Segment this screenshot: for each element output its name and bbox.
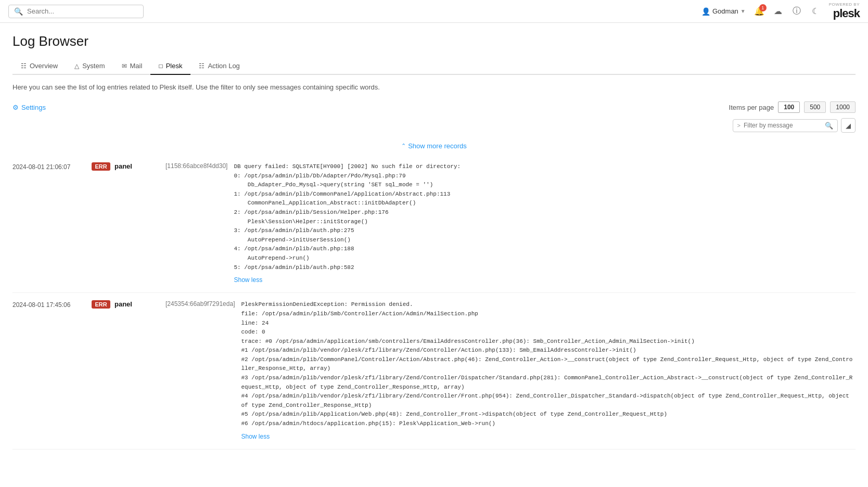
- tab-system-label: System: [82, 62, 105, 70]
- username: Godman: [712, 7, 738, 15]
- user-icon: 👤: [701, 7, 710, 16]
- search-box[interactable]: 🔍: [8, 5, 144, 18]
- log-level-badge: ERR: [92, 300, 110, 309]
- items-per-page-label: Items per page: [729, 104, 774, 111]
- filter-advanced-btn[interactable]: ◢: [841, 118, 856, 133]
- log-message-text: DB query failed: SQLSTATE[HY000] [2002] …: [234, 162, 856, 272]
- notification-badge: 1: [759, 4, 767, 11]
- square-icon: □: [159, 62, 162, 70]
- toolbar: ⚙ Settings Items per page 100 500 1000: [12, 101, 856, 113]
- grid-icon: ☷: [21, 62, 27, 70]
- page-description: Here you can see the list of log entries…: [12, 83, 856, 91]
- filter-search-icon: 🔍: [825, 122, 833, 130]
- log-meta: ERR panel [245354:66ab9f7291eda]: [92, 300, 235, 309]
- tab-mail-label: Mail: [130, 62, 143, 70]
- question-symbol: ⓘ: [793, 6, 801, 17]
- log-entry: 2024-08-01 17:45:06 ERR panel [245354:66…: [12, 293, 856, 450]
- tabs: ☷ Overview △ System ✉ Mail □ Plesk ☷ Act…: [12, 58, 856, 75]
- chevron-up-icon: ⌃: [401, 143, 406, 149]
- page-size-1000[interactable]: 1000: [830, 101, 856, 113]
- tab-system[interactable]: △ System: [66, 58, 113, 75]
- tab-action-log[interactable]: ☷ Action Log: [190, 58, 248, 75]
- page-title: Log Browser: [12, 33, 856, 49]
- chevron-label: >: [737, 122, 741, 129]
- plesk-logo-wrap: POWERED BY plesk: [829, 3, 860, 20]
- items-per-page: Items per page 100 500 1000: [729, 101, 856, 113]
- powered-by-text: POWERED BY: [829, 3, 860, 7]
- gear-icon: ⚙: [12, 104, 19, 111]
- tab-mail[interactable]: ✉ Mail: [113, 58, 151, 75]
- search-icon: 🔍: [14, 7, 23, 16]
- settings-label: Settings: [21, 104, 46, 111]
- tab-overview[interactable]: ☷ Overview: [12, 58, 66, 75]
- log-meta: ERR panel [1158:66abce8f4dd30]: [92, 162, 227, 171]
- tab-plesk-label: Plesk: [166, 62, 183, 70]
- tab-overview-label: Overview: [30, 62, 58, 70]
- cloud-symbol: ☁: [774, 6, 782, 16]
- log-entry: 2024-08-01 21:06:07 ERR panel [1158:66ab…: [12, 155, 856, 293]
- main-content: Log Browser ☷ Overview △ System ✉ Mail □…: [0, 23, 868, 460]
- tab-action-log-label: Action Log: [208, 62, 239, 70]
- triangle-icon: △: [74, 62, 79, 70]
- settings-link[interactable]: ⚙ Settings: [12, 104, 46, 111]
- funnel-icon: ◢: [846, 122, 851, 130]
- envelope-icon: ✉: [122, 62, 127, 70]
- topbar: 🔍 👤 Godman ▼ 🔔 1 ☁ ⓘ ☾ POWERED BY plesk: [0, 0, 868, 23]
- show-less-link[interactable]: Show less: [234, 275, 856, 285]
- cloud-icon[interactable]: ☁: [773, 6, 783, 17]
- log-message: PleskPermissionDeniedException: Permissi…: [241, 300, 856, 442]
- filter-bar: > 🔍 ◢: [12, 118, 856, 133]
- moon-icon: ☾: [812, 6, 819, 16]
- search-input[interactable]: [27, 7, 138, 15]
- log-id: [1158:66abce8f4dd30]: [165, 162, 227, 170]
- show-more-records[interactable]: ⌃ Show more records: [12, 137, 856, 155]
- list-icon: ☷: [199, 62, 205, 70]
- log-message-text: PleskPermissionDeniedException: Permissi…: [241, 300, 856, 428]
- user-menu[interactable]: 👤 Godman ▼: [701, 7, 746, 16]
- page-size-100[interactable]: 100: [778, 101, 800, 113]
- log-id: [245354:66ab9f7291eda]: [165, 300, 235, 307]
- show-more-label: Show more records: [408, 142, 467, 150]
- help-icon[interactable]: ⓘ: [792, 6, 802, 17]
- log-source: panel: [114, 162, 161, 170]
- show-less-link[interactable]: Show less: [241, 432, 856, 442]
- log-message: DB query failed: SQLSTATE[HY000] [2002] …: [234, 162, 856, 285]
- theme-toggle[interactable]: ☾: [810, 6, 821, 17]
- log-timestamp: 2024-08-01 21:06:07: [12, 162, 85, 171]
- log-entries-area: 2024-08-01 21:06:07 ERR panel [1158:66ab…: [12, 155, 856, 450]
- filter-input-wrap: > 🔍: [733, 119, 838, 132]
- plesk-logo: plesk: [833, 7, 860, 20]
- log-source: panel: [114, 300, 161, 308]
- log-timestamp: 2024-08-01 17:45:06: [12, 300, 85, 309]
- tab-plesk[interactable]: □ Plesk: [150, 58, 190, 75]
- topbar-right: 👤 Godman ▼ 🔔 1 ☁ ⓘ ☾ POWERED BY plesk: [701, 3, 860, 20]
- filter-input[interactable]: [744, 122, 822, 129]
- chevron-down-icon: ▼: [741, 8, 746, 14]
- toolbar-right: Items per page 100 500 1000: [729, 101, 856, 113]
- log-level-badge: ERR: [92, 162, 110, 171]
- notification-icon[interactable]: 🔔 1: [754, 6, 764, 17]
- page-size-500[interactable]: 500: [804, 101, 826, 113]
